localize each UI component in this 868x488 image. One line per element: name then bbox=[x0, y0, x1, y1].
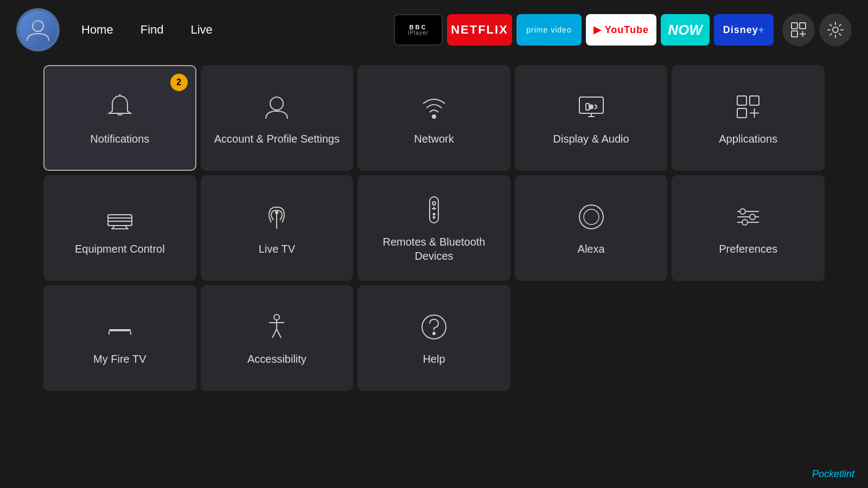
app-bbc-iplayer[interactable]: BBC iPlayer bbox=[394, 14, 443, 46]
app-disney-plus[interactable]: Disney+ bbox=[714, 14, 774, 46]
live-tv-label: Live TV bbox=[259, 242, 295, 256]
svg-rect-20 bbox=[108, 215, 132, 226]
app-now[interactable]: NOW bbox=[661, 14, 710, 46]
account-label: Account & Profile Settings bbox=[214, 132, 340, 146]
alexa-label: Alexa bbox=[578, 242, 605, 256]
app-netflix[interactable]: NETFLIX bbox=[447, 14, 512, 46]
preferences-label: Preferences bbox=[719, 242, 777, 256]
svg-point-28 bbox=[276, 211, 278, 214]
tile-account[interactable]: Account & Profile Settings bbox=[201, 65, 354, 171]
tile-applications[interactable]: Applications bbox=[672, 65, 825, 171]
avatar-image bbox=[19, 11, 57, 49]
nav-home[interactable]: Home bbox=[76, 20, 119, 40]
svg-point-41 bbox=[750, 214, 755, 220]
avatar[interactable] bbox=[16, 8, 60, 52]
svg-point-40 bbox=[740, 209, 745, 214]
settings-gear-button[interactable] bbox=[819, 14, 852, 46]
display-audio-icon bbox=[576, 91, 607, 123]
help-label: Help bbox=[423, 352, 445, 366]
help-icon bbox=[419, 311, 449, 343]
svg-point-34 bbox=[433, 216, 435, 218]
equipment-control-icon bbox=[105, 201, 135, 233]
notifications-label: Notifications bbox=[90, 132, 149, 146]
svg-point-50 bbox=[433, 332, 435, 335]
svg-rect-16 bbox=[750, 96, 759, 105]
my-fire-tv-label: My Fire TV bbox=[93, 352, 146, 366]
svg-rect-15 bbox=[737, 96, 746, 105]
notification-count-badge: 2 bbox=[170, 74, 188, 91]
fire-tv-icon bbox=[105, 311, 135, 343]
bell-icon bbox=[105, 91, 135, 123]
pocketlint-watermark: Pocketlint bbox=[812, 468, 854, 480]
svg-rect-21 bbox=[108, 221, 132, 226]
header: Home Find Live BBC iPlayer NETFLIX prime… bbox=[0, 0, 868, 60]
equipment-control-label: Equipment Control bbox=[75, 242, 165, 256]
svg-rect-43 bbox=[109, 329, 131, 331]
app-store-button[interactable] bbox=[782, 14, 815, 46]
remote-icon bbox=[419, 194, 449, 226]
svg-point-8 bbox=[270, 97, 283, 110]
svg-rect-17 bbox=[737, 108, 746, 118]
tile-my-fire-tv[interactable]: My Fire TV bbox=[43, 285, 196, 391]
alexa-icon bbox=[576, 201, 607, 233]
svg-point-49 bbox=[422, 315, 446, 339]
svg-rect-3 bbox=[792, 31, 797, 37]
svg-point-33 bbox=[433, 213, 435, 215]
main-nav: Home Find Live bbox=[76, 20, 218, 40]
app-shortcuts: BBC iPlayer NETFLIX prime video ▶ YouTub… bbox=[394, 14, 852, 46]
wifi-icon bbox=[419, 91, 449, 123]
settings-grid: 2 Notifications Account & Profile Settin… bbox=[0, 60, 868, 396]
accessibility-label: Accessibility bbox=[247, 352, 307, 366]
app-youtube[interactable]: ▶ YouTube bbox=[586, 14, 656, 46]
tile-network[interactable]: Network bbox=[358, 65, 510, 171]
svg-point-36 bbox=[584, 209, 599, 224]
display-audio-label: Display & Audio bbox=[553, 132, 629, 146]
tile-help[interactable]: Help bbox=[358, 285, 510, 391]
tile-alexa[interactable]: Alexa bbox=[515, 175, 668, 281]
app-prime-video[interactable]: prime video bbox=[516, 14, 582, 46]
accessibility-icon bbox=[261, 311, 292, 343]
svg-point-42 bbox=[742, 220, 748, 225]
live-tv-icon bbox=[261, 201, 292, 233]
account-icon bbox=[261, 91, 292, 123]
svg-point-6 bbox=[833, 27, 838, 33]
nav-find[interactable]: Find bbox=[135, 20, 169, 40]
tile-preferences[interactable]: Preferences bbox=[672, 175, 825, 281]
tile-remotes-bluetooth[interactable]: Remotes & Bluetooth Devices bbox=[358, 175, 510, 281]
tile-equipment-control[interactable]: Equipment Control bbox=[43, 175, 196, 281]
svg-point-35 bbox=[579, 205, 603, 229]
tile-live-tv[interactable]: Live TV bbox=[201, 175, 354, 281]
svg-rect-1 bbox=[792, 23, 797, 29]
svg-rect-2 bbox=[800, 23, 806, 29]
preferences-icon bbox=[733, 201, 763, 233]
tile-accessibility[interactable]: Accessibility bbox=[201, 285, 354, 391]
pocketlint-text: Pocketlint bbox=[812, 468, 854, 479]
tile-notifications[interactable]: 2 Notifications bbox=[43, 65, 196, 171]
tile-display-audio[interactable]: Display & Audio bbox=[515, 65, 668, 171]
nav-live[interactable]: Live bbox=[185, 20, 218, 40]
remotes-bluetooth-label: Remotes & Bluetooth Devices bbox=[368, 235, 500, 263]
svg-point-46 bbox=[274, 314, 279, 320]
svg-rect-23 bbox=[108, 218, 132, 221]
svg-rect-14 bbox=[586, 104, 589, 110]
applications-icon bbox=[733, 91, 763, 123]
applications-label: Applications bbox=[719, 132, 777, 146]
network-label: Network bbox=[414, 132, 454, 146]
svg-point-30 bbox=[432, 202, 436, 205]
svg-point-9 bbox=[432, 115, 436, 118]
